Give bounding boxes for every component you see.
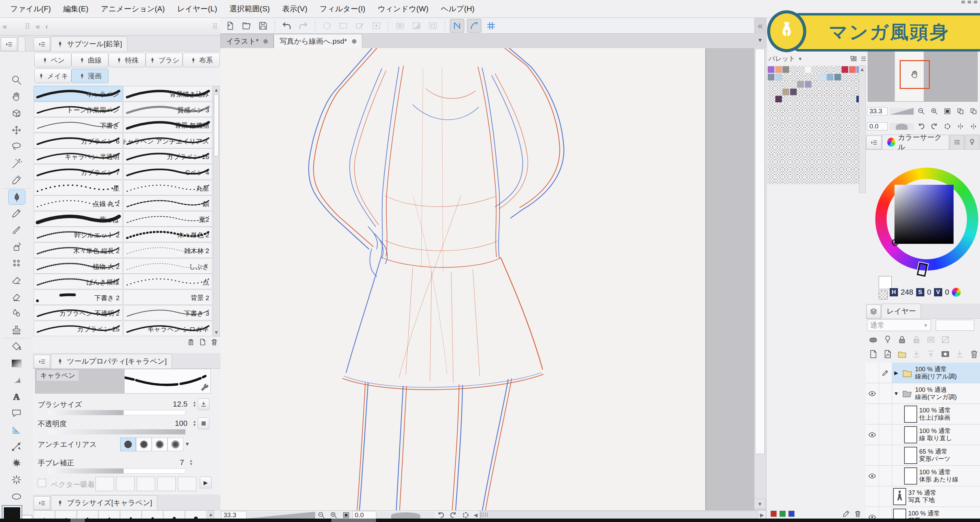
color-swatch[interactable] (767, 132, 775, 140)
balloon-tool[interactable] (8, 406, 25, 420)
opacity-slider[interactable] (48, 429, 185, 434)
more-presets-button[interactable]: ▶ (200, 477, 212, 489)
layer-lock-cell[interactable] (879, 466, 892, 486)
color-swatch[interactable] (827, 140, 834, 147)
color-swatch[interactable] (775, 66, 782, 73)
color-swatch[interactable] (819, 177, 827, 184)
color-swatch[interactable] (775, 125, 782, 132)
wrench-icon[interactable] (199, 382, 210, 393)
eraser-soft-tool[interactable] (8, 290, 25, 304)
rotate-cw-icon[interactable] (929, 121, 940, 132)
brush-item[interactable]: 木々単色 縦長 2 (33, 242, 123, 258)
color-swatch[interactable] (812, 95, 819, 103)
color-swatch[interactable] (790, 154, 797, 162)
antialias-option-0[interactable] (120, 438, 136, 451)
layer-lock-cell[interactable] (879, 486, 892, 506)
brush-item[interactable]: キャラペン 半透明 (33, 148, 123, 164)
menu-item[interactable]: 表示(V) (277, 2, 313, 16)
brush-item[interactable]: 背景 無機物 (123, 117, 212, 132)
color-swatch[interactable] (849, 73, 856, 81)
pencil-tool[interactable] (8, 206, 25, 220)
color-swatch[interactable] (841, 147, 848, 154)
color-swatch[interactable] (827, 154, 834, 162)
color-swatch[interactable] (767, 88, 775, 95)
layer-row[interactable]: ▶ 100 % 通常 線画(リアル調) (865, 363, 980, 383)
color-swatch[interactable] (841, 177, 848, 184)
panel-menu-button[interactable] (33, 37, 50, 51)
color-swatch[interactable] (834, 103, 841, 110)
menu-item[interactable]: ヘルプ(H) (435, 2, 480, 16)
color-swatch[interactable] (841, 118, 848, 125)
color-swatch[interactable] (819, 147, 827, 154)
color-swatch[interactable] (775, 73, 782, 81)
color-swatch[interactable] (841, 88, 848, 95)
layer-row[interactable]: 100 % 通常 体形 あたり線 (865, 466, 980, 486)
color-swatch[interactable] (812, 81, 819, 88)
color-swatch[interactable] (849, 132, 856, 140)
brush-item[interactable]: 点 (123, 274, 212, 289)
expand-right-icon[interactable]: ▶ (893, 370, 899, 376)
color-swatch[interactable] (849, 147, 856, 154)
transparent-color-chip[interactable] (879, 291, 888, 299)
color-swatch[interactable] (797, 66, 804, 73)
brush-item[interactable]: 点描 丸 2 (33, 196, 123, 211)
color-swatch[interactable] (782, 147, 789, 154)
brush-list-scrollbar[interactable]: ▲ ▼ (213, 86, 220, 337)
color-swatch[interactable] (797, 147, 804, 154)
color-swatch[interactable] (767, 81, 775, 88)
stepper[interactable]: ▲▼ (192, 400, 196, 407)
brush-item[interactable]: 背景描き込み (123, 86, 212, 101)
menu-item[interactable]: 編集(E) (58, 2, 94, 16)
color-swatch[interactable] (797, 132, 804, 140)
layer-row[interactable]: ▼ 100 % 通過 線画(マンガ調) (865, 383, 980, 404)
flip-horizontal-icon[interactable] (955, 121, 966, 132)
color-swatch[interactable] (849, 81, 856, 88)
color-swatch[interactable] (775, 169, 782, 177)
subtool-group-布系[interactable]: 布系 (183, 53, 220, 67)
color-swatch[interactable] (827, 125, 834, 132)
color-swatch[interactable] (805, 125, 812, 132)
opacity-source-button[interactable] (198, 418, 210, 429)
figure-tool[interactable] (8, 372, 25, 387)
footer-color-chip[interactable] (788, 511, 795, 517)
menu-item[interactable]: アニメーション(A) (95, 2, 170, 16)
color-swatch[interactable] (827, 73, 834, 81)
flash-tool[interactable] (8, 456, 25, 471)
color-swatch[interactable] (841, 110, 848, 118)
layers-tab[interactable]: レイヤー (881, 304, 921, 318)
sub-color-chip[interactable] (879, 276, 892, 289)
color-swatch[interactable] (805, 162, 812, 169)
layer-row[interactable]: 100 % 通常 線 取り直し (865, 425, 980, 445)
palette-scrollbar[interactable]: ▲ (859, 65, 865, 193)
color-swatch[interactable] (812, 162, 819, 169)
color-wheel-toggle-icon[interactable] (952, 288, 961, 297)
color-swatch[interactable] (805, 154, 812, 162)
color-swatch[interactable] (782, 88, 789, 95)
brush-item[interactable]: トーン作業用ペン (33, 102, 123, 117)
sv-selector[interactable] (892, 239, 899, 246)
zoom-slider[interactable] (247, 512, 315, 519)
layer-visibility-toggle[interactable] (865, 425, 879, 445)
line-correct-tool[interactable] (8, 439, 25, 454)
color-swatch[interactable] (782, 132, 789, 140)
stepper[interactable]: ▲▼ (192, 420, 196, 427)
subtool-group-曲線[interactable]: 曲線 (72, 53, 108, 67)
zoom-out-icon[interactable] (916, 105, 927, 117)
scrollbar-thumb[interactable] (480, 511, 481, 519)
preset-box[interactable] (95, 477, 114, 491)
copy-subtool-icon[interactable] (187, 338, 195, 346)
color-swatch[interactable] (805, 177, 812, 184)
layer-lock-cell[interactable] (879, 383, 892, 404)
color-swatch[interactable] (790, 132, 797, 140)
color-swatch[interactable] (767, 147, 775, 154)
color-swatch[interactable] (790, 81, 797, 88)
color-swatch[interactable] (782, 162, 789, 169)
color-swatch[interactable] (827, 103, 834, 110)
color-swatch[interactable] (819, 169, 827, 177)
collapse-one-icon[interactable]: ‹ (45, 22, 48, 31)
scrollbar-thumb[interactable] (214, 94, 219, 156)
navigator-view-rectangle[interactable] (900, 60, 930, 89)
fill-tool[interactable] (8, 339, 25, 354)
brush-item[interactable]: 質感ペン 3 (123, 102, 212, 117)
brush-size-slider[interactable] (48, 410, 185, 415)
